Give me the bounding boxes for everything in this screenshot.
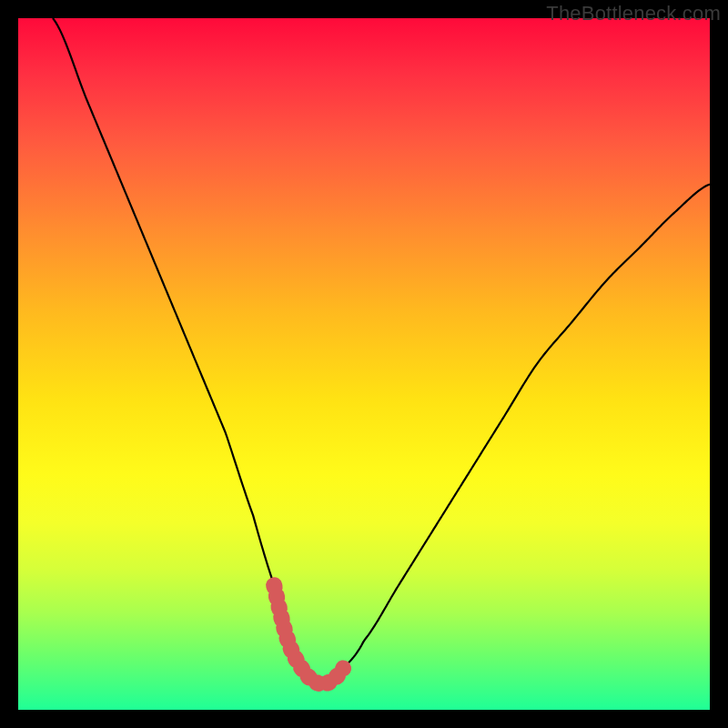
curve-svg	[18, 18, 710, 710]
bottleneck-curve-path	[53, 18, 710, 684]
plot-area	[18, 18, 710, 710]
chart-frame: TheBottleneck.com	[0, 0, 728, 728]
min-band-highlight	[274, 585, 343, 683]
